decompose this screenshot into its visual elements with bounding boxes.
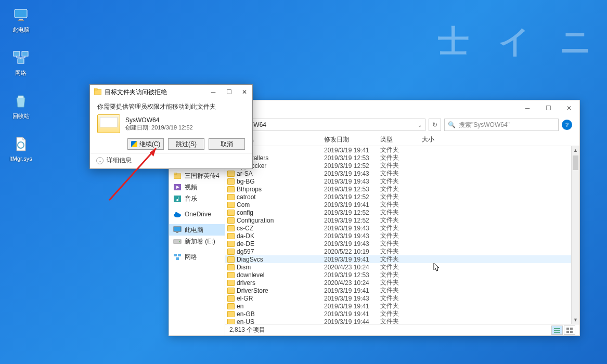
search-input[interactable]: 🔍 搜索"SysWOW64" — [444, 119, 559, 131]
table-row[interactable]: DiagSvcs2019/3/19 19:41文件夹 — [225, 255, 579, 263]
file-name: ar-SA — [237, 170, 324, 177]
close-button[interactable]: ✕ — [559, 101, 579, 115]
minimize-button[interactable]: ─ — [205, 86, 221, 98]
table-row[interactable]: AppLocker2019/3/19 12:52文件夹 — [225, 162, 579, 170]
file-name: catroot — [237, 193, 324, 201]
file-name: en-GB — [237, 310, 324, 318]
folder-icon — [227, 288, 235, 294]
table-row[interactable]: Configuration2019/3/19 12:52文件夹 — [225, 216, 579, 224]
desktop-icon-file[interactable]: ltMgr.sys — [4, 135, 37, 162]
col-type[interactable]: 类型 — [380, 135, 422, 144]
maximize-button[interactable]: ☐ — [538, 101, 559, 115]
chevron-down-icon[interactable]: ⌄ — [418, 122, 422, 128]
svg-rect-5 — [18, 59, 24, 63]
label: 此电脑 — [12, 26, 30, 34]
svg-rect-28 — [554, 330, 560, 331]
close-button[interactable]: ✕ — [237, 86, 252, 98]
file-date: 2019/3/19 19:41 — [324, 287, 380, 294]
table-row[interactable]: catroot2019/3/19 12:52文件夹 — [225, 193, 579, 201]
computer-icon — [11, 5, 30, 24]
dialog-title: 目标文件夹访问被拒绝 — [105, 88, 167, 97]
file-name: cs-CZ — [237, 225, 324, 232]
scroll-thumb[interactable] — [573, 155, 578, 170]
table-row[interactable]: bg-BG2019/3/19 19:43文件夹 — [225, 177, 579, 185]
file-date: 2019/3/19 19:41 — [324, 303, 380, 310]
more-details-toggle[interactable]: ⌄ 详细信息 — [90, 153, 252, 167]
col-size[interactable]: 大小 — [422, 135, 453, 144]
svg-point-23 — [179, 241, 180, 242]
sidebar-item[interactable]: 视频 — [169, 181, 225, 193]
recycle-icon — [11, 92, 30, 110]
folder-icon — [227, 280, 235, 286]
file-name: en-US — [237, 318, 324, 324]
view-icons-button[interactable] — [564, 326, 575, 335]
table-row[interactable]: el-GR2019/3/19 19:43文件夹 — [225, 294, 579, 302]
table-row[interactable]: Bthprops2019/3/19 12:53文件夹 — [225, 185, 579, 193]
table-row[interactable]: en2019/3/19 19:41文件夹 — [225, 302, 579, 310]
search-placeholder: 搜索"SysWOW64" — [459, 121, 510, 129]
sidebar-item[interactable]: 音乐 — [169, 193, 225, 204]
svg-rect-20 — [174, 227, 181, 231]
svg-rect-0 — [15, 9, 27, 18]
dialog-message: 你需要提供管理员权限才能移动到此文件夹 — [90, 99, 252, 112]
table-row[interactable]: en-GB2019/3/19 19:41文件夹 — [225, 310, 579, 318]
cancel-button[interactable]: 取消 — [209, 138, 245, 150]
table-row[interactable]: edInstallers2019/3/19 12:53文件夹 — [225, 154, 579, 162]
table-row[interactable]: Dism2020/4/23 10:24文件夹 — [225, 263, 579, 271]
label: 网络 — [15, 69, 27, 77]
file-name: el-GR — [237, 295, 324, 302]
folder-icon — [227, 186, 235, 192]
skip-button[interactable]: 跳过(S) — [168, 138, 204, 150]
file-list[interactable]: 2019/3/19 19:41 文件夹 edInstallers2019/3/1… — [225, 146, 579, 324]
svg-rect-24 — [174, 254, 177, 256]
folder-icon — [227, 194, 235, 200]
table-row[interactable]: 2019/3/19 19:41 文件夹 — [225, 146, 579, 154]
desktop-icon-computer[interactable]: 此电脑 — [4, 5, 37, 34]
sidebar-item[interactable]: 网络 — [169, 251, 225, 263]
col-date[interactable]: 修改日期 — [324, 135, 380, 144]
scroll-down-icon[interactable]: ▼ — [572, 316, 579, 324]
refresh-button[interactable]: ↻ — [429, 119, 441, 131]
sidebar-item[interactable]: 此电脑 — [169, 224, 225, 236]
table-row[interactable]: da-DK2019/3/19 19:43文件夹 — [225, 232, 579, 240]
sidebar-item[interactable]: 三国群英传4 — [169, 170, 225, 181]
sidebar-item[interactable]: 新加卷 (E:) — [169, 236, 225, 247]
chevron-down-icon: ⌄ — [96, 157, 104, 164]
file-date: 2019/3/19 19:43 — [324, 170, 380, 177]
scroll-up-icon[interactable]: ▲ — [572, 146, 579, 154]
table-row[interactable]: Com2019/3/19 19:41文件夹 — [225, 201, 579, 209]
view-details-button[interactable] — [551, 326, 563, 335]
folder-icon — [227, 303, 235, 309]
file-date: 2019/3/19 19:44 — [324, 318, 380, 324]
svg-rect-14 — [174, 173, 177, 174]
folder-icon — [227, 217, 235, 224]
sidebar-item[interactable]: OneDrive — [169, 209, 225, 220]
svg-rect-22 — [174, 240, 181, 243]
help-button[interactable]: ? — [562, 120, 572, 130]
desktop-icon-network[interactable]: 网络 — [4, 48, 37, 77]
label: 回收站 — [12, 112, 30, 120]
table-row[interactable]: en-US2019/3/19 19:44文件夹 — [225, 318, 579, 324]
maximize-button[interactable]: ☐ — [221, 86, 237, 98]
table-row[interactable]: cs-CZ2019/3/19 19:43文件夹 — [225, 224, 579, 232]
status-bar: 2,813 个项目 — [225, 324, 579, 335]
table-row[interactable]: dg5972020/5/22 10:19文件夹 — [225, 248, 579, 255]
sidebar-label: OneDrive — [185, 211, 211, 218]
sidebar-label: 视频 — [185, 183, 197, 192]
file-name: bg-BG — [237, 178, 324, 185]
file-name: drivers — [237, 279, 324, 287]
table-row[interactable]: ar-SA2019/3/19 19:43文件夹 — [225, 170, 579, 177]
table-row[interactable]: downlevel2019/3/19 12:53文件夹 — [225, 271, 579, 279]
svg-rect-33 — [570, 331, 573, 333]
table-row[interactable]: config2019/3/19 12:52文件夹 — [225, 209, 579, 216]
scrollbar[interactable]: ▲ ▼ — [571, 146, 579, 324]
minimize-button[interactable]: ─ — [517, 101, 538, 115]
table-row[interactable]: de-DE2019/3/19 19:43文件夹 — [225, 240, 579, 248]
file-name: DriverStore — [237, 287, 324, 294]
file-date: 2019/3/19 19:43 — [324, 295, 380, 302]
table-row[interactable]: drivers2020/4/23 10:24文件夹 — [225, 279, 579, 287]
table-row[interactable]: DriverStore2019/3/19 19:41文件夹 — [225, 287, 579, 294]
dialog-titlebar[interactable]: 目标文件夹访问被拒绝 ─ ☐ ✕ — [90, 85, 252, 99]
desktop-icon-recycle[interactable]: 回收站 — [4, 92, 37, 120]
continue-button[interactable]: 继续(C) — [127, 138, 164, 150]
